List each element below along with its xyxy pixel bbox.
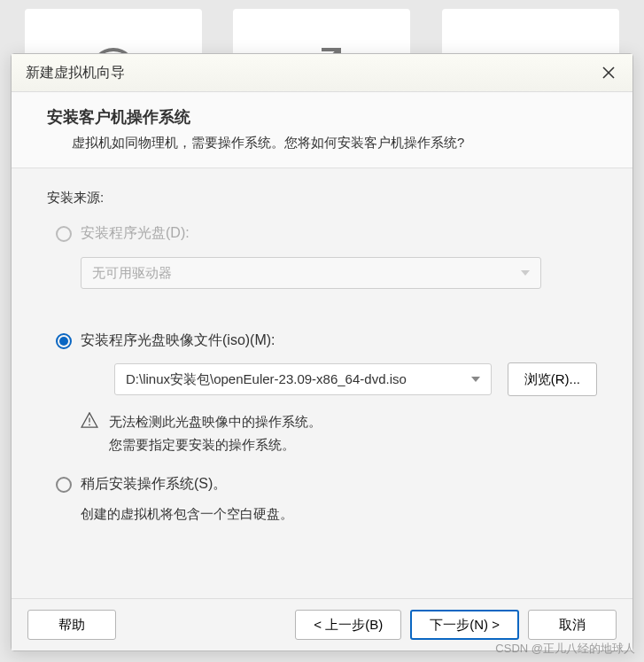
wizard-footer: 帮助 < 上一步(B) 下一步(N) > 取消: [12, 598, 632, 650]
close-icon: [601, 66, 616, 80]
wizard-content: 安装来源: 安装程序光盘(D): 无可用驱动器 安装程序光盘映像文件(iso)(…: [12, 168, 632, 598]
radio-disc: [56, 226, 72, 242]
iso-path-value: D:\linux安装包\openEuler-23.09-x86_64-dvd.i…: [126, 371, 407, 388]
wizard-header: 安装客户机操作系统 虚拟机如同物理机，需要操作系统。您将如何安装客户机操作系统?: [12, 92, 632, 168]
help-button[interactable]: 帮助: [27, 610, 116, 640]
header-title: 安装客户机操作系统: [47, 106, 597, 128]
drive-select-value: 无可用驱动器: [92, 265, 172, 282]
drive-select: 无可用驱动器: [81, 257, 541, 289]
option-later-label: 稍后安装操作系统(S)。: [81, 475, 227, 494]
warning-icon: [81, 412, 98, 428]
chevron-down-icon: [471, 377, 480, 382]
back-button[interactable]: < 上一步(B): [295, 610, 401, 640]
chevron-down-icon: [521, 270, 530, 276]
source-label: 安装来源:: [47, 190, 597, 206]
dialog-title: 新建虚拟机向导: [26, 64, 125, 82]
option-iso[interactable]: 安装程序光盘映像文件(iso)(M):: [56, 331, 597, 350]
svg-point-10: [89, 424, 90, 425]
cancel-button[interactable]: 取消: [528, 610, 617, 640]
option-disc-label: 安装程序光盘(D):: [81, 224, 190, 243]
warning-line1: 无法检测此光盘映像中的操作系统。: [109, 410, 322, 433]
later-hint: 创建的虚拟机将包含一个空白硬盘。: [81, 506, 597, 523]
close-button[interactable]: [599, 63, 618, 82]
option-iso-label: 安装程序光盘映像文件(iso)(M):: [81, 331, 275, 350]
option-installer-disc: 安装程序光盘(D):: [56, 224, 597, 243]
warning-line2: 您需要指定要安装的操作系统。: [109, 433, 322, 456]
iso-warning: 无法检测此光盘映像中的操作系统。 您需要指定要安装的操作系统。: [81, 410, 597, 456]
option-later[interactable]: 稍后安装操作系统(S)。: [56, 475, 597, 494]
iso-path-combo[interactable]: D:\linux安装包\openEuler-23.09-x86_64-dvd.i…: [114, 363, 492, 395]
wizard-dialog: 新建虚拟机向导 安装客户机操作系统 虚拟机如同物理机，需要操作系统。您将如何安装…: [11, 53, 633, 651]
header-subtitle: 虚拟机如同物理机，需要操作系统。您将如何安装客户机操作系统?: [47, 135, 597, 152]
radio-iso[interactable]: [56, 333, 72, 349]
titlebar: 新建虚拟机向导: [12, 54, 632, 92]
next-button[interactable]: 下一步(N) >: [410, 610, 519, 640]
browse-button[interactable]: 浏览(R)...: [508, 362, 597, 396]
radio-later[interactable]: [56, 477, 72, 493]
